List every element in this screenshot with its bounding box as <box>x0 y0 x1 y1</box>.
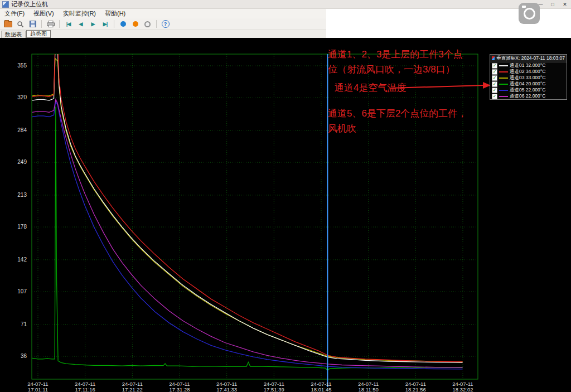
window-title: 记录仪上位机 <box>11 0 48 8</box>
legend-items: ✓通道01 32.000°C✓通道02 34.000°C✓通道03 33.000… <box>490 62 567 99</box>
help-button[interactable]: ? <box>160 20 171 29</box>
help-icon: ? <box>162 20 170 28</box>
pause-button[interactable] <box>118 20 128 29</box>
svg-text:142: 142 <box>17 257 27 263</box>
legend-color-swatch <box>499 84 508 85</box>
annotation-note-2: 通道4是空气温度 <box>335 80 406 95</box>
svg-text:213: 213 <box>17 192 27 198</box>
legend-checkbox[interactable]: ✓ <box>492 81 497 87</box>
close-button[interactable]: ✕ <box>559 0 571 9</box>
svg-text:284: 284 <box>17 127 27 133</box>
nav-first-button[interactable]: |◀ <box>63 20 74 29</box>
magnifier-icon <box>17 21 24 28</box>
svg-text:18:32:02: 18:32:02 <box>453 386 473 392</box>
menu-view[interactable]: 视图(V) <box>29 9 59 18</box>
zoom-button[interactable] <box>15 20 26 29</box>
nav-last-button[interactable]: ▶| <box>100 20 110 29</box>
svg-text:355: 355 <box>17 62 27 69</box>
floppy-icon <box>30 21 36 27</box>
annotation-line: 通道4是空气温度 <box>335 80 406 95</box>
toolbar-separator <box>59 20 60 28</box>
legend-label: 通道06 22.000°C <box>510 93 545 100</box>
legend-item: ✓通道06 22.000°C <box>490 93 567 99</box>
save-button[interactable] <box>27 20 38 29</box>
open-button[interactable] <box>3 20 13 29</box>
forward-icon: ▶ <box>91 21 95 27</box>
legend-color-swatch <box>499 71 508 72</box>
svg-text:249: 249 <box>17 159 27 165</box>
nav-prev-button[interactable]: ◀ <box>75 20 86 29</box>
print-button[interactable] <box>45 20 56 29</box>
svg-text:320: 320 <box>17 94 27 100</box>
folder-icon <box>4 21 12 27</box>
svg-text:178: 178 <box>17 224 27 230</box>
svg-text:71: 71 <box>21 321 27 327</box>
svg-text:17:21:22: 17:21:22 <box>122 386 143 392</box>
vertical-cursor-label: 垂直游标X: 2024-07-11 18:03:07 <box>496 55 565 62</box>
cursor-legend-panel[interactable]: 垂直游标X: 2024-07-11 18:03:07 ✓通道01 32.000°… <box>490 54 567 100</box>
blue-circle-icon <box>120 21 126 27</box>
toolbar-separator <box>156 20 157 28</box>
legend-color-swatch <box>499 65 508 66</box>
camera-icon <box>524 8 535 20</box>
menu-help[interactable]: 帮助(H) <box>100 9 130 18</box>
svg-text:17:31:28: 17:31:28 <box>170 386 190 392</box>
maximize-button[interactable]: □ <box>546 0 559 9</box>
svg-text:17:11:16: 17:11:16 <box>75 386 95 392</box>
annotation-note-3: 通道5、6是下层2个点位的工件， 风机吹 <box>328 106 467 136</box>
backward-icon: ◀ <box>79 21 83 27</box>
legend-checkbox[interactable]: ✓ <box>492 94 497 99</box>
legend-checkbox[interactable]: ✓ <box>492 63 497 69</box>
svg-text:17:51:39: 17:51:39 <box>264 386 284 392</box>
cursor-icon <box>492 56 495 60</box>
legend-color-swatch <box>499 78 508 79</box>
toolbar-separator <box>41 20 42 28</box>
legend-color-swatch <box>499 96 508 97</box>
chart-canvas[interactable]: 355320284249213178142107713624-07-1117:0… <box>0 38 571 392</box>
legend-item: ✓通道04 20.000°C <box>490 81 567 87</box>
orange-circle-icon <box>133 21 138 27</box>
legend-item: ✓通道05 22.000°C <box>490 87 567 93</box>
annotation-line: 通道1、2、3是上层的工件3个点 <box>328 47 463 62</box>
step-backward-icon: |◀ <box>66 21 70 27</box>
legend-item: ✓通道03 33.000°C <box>490 75 567 81</box>
svg-text:18:11:50: 18:11:50 <box>359 386 379 392</box>
legend-item: ✓通道02 34.000°C <box>490 69 567 75</box>
tab-trend-chart[interactable]: 趋势图 <box>26 30 51 38</box>
legend-header: 垂直游标X: 2024-07-11 18:03:07 <box>490 55 567 62</box>
trend-chart[interactable]: 355320284249213178142107713624-07-1117:0… <box>0 38 571 392</box>
annotation-line: 位（射流风口吹，一边3/8口） <box>328 62 463 77</box>
annotation-line: 风机吹 <box>328 121 467 136</box>
printer-icon <box>47 21 55 27</box>
legend-checkbox[interactable]: ✓ <box>492 88 497 93</box>
menu-file[interactable]: 文件(F) <box>0 9 29 18</box>
svg-text:18:21:56: 18:21:56 <box>405 386 426 392</box>
legend-item: ✓通道01 32.000°C <box>490 62 567 69</box>
legend-checkbox[interactable]: ✓ <box>492 75 497 81</box>
menu-realtime-monitor[interactable]: 实时监控(R) <box>59 9 100 18</box>
toolbar-separator <box>114 20 114 28</box>
nav-next-button[interactable]: ▶ <box>88 20 98 29</box>
stop-button[interactable] <box>142 20 153 29</box>
record-button[interactable] <box>130 20 141 29</box>
svg-text:17:41:33: 17:41:33 <box>216 386 237 392</box>
svg-text:18:01:45: 18:01:45 <box>311 386 332 392</box>
step-forward-icon: ▶| <box>103 21 107 27</box>
svg-text:107: 107 <box>17 288 27 294</box>
legend-color-swatch <box>499 90 508 91</box>
annotation-note-1: 通道1、2、3是上层的工件3个点 位（射流风口吹，一边3/8口） <box>328 47 463 77</box>
gray-circle-icon <box>144 21 151 27</box>
app-icon <box>2 1 9 8</box>
tab-data-table[interactable]: 数据表 <box>1 31 26 38</box>
title-bar: 记录仪上位机 — □ ✕ <box>0 0 571 9</box>
annotation-line: 通道5、6是下层2个点位的工件， <box>328 106 467 121</box>
svg-text:17:01:11: 17:01:11 <box>28 386 48 392</box>
legend-checkbox[interactable]: ✓ <box>492 69 497 75</box>
svg-text:36: 36 <box>21 353 27 359</box>
screenshot-tool-icon[interactable] <box>519 3 540 24</box>
